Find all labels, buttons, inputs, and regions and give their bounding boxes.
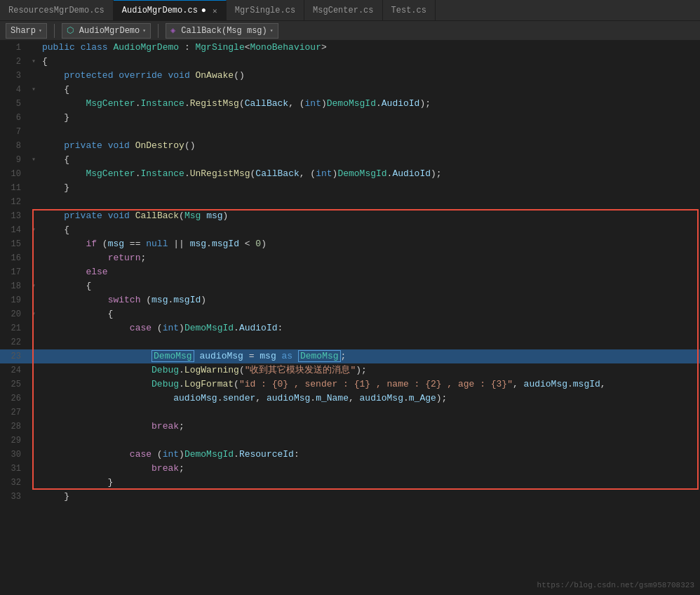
class-dropdown-label: AudioMgrDemo <box>79 26 140 36</box>
tab-test[interactable]: Test.cs <box>383 0 436 20</box>
method-dropdown-arrow: ▾ <box>270 27 274 34</box>
toolbar-separator-2 <box>158 24 159 38</box>
tab-close-icon[interactable]: ✕ <box>213 6 217 15</box>
line-row: 14 ▾ { <box>0 223 700 237</box>
method-dropdown[interactable]: ◈ CallBack(Msg msg) ▾ <box>166 23 278 39</box>
line-row: 1 public class AudioMgrDemo : MgrSingle<… <box>0 41 700 55</box>
tab-bar: ResourcesMgrDemo.cs AudioMgrDemo.cs ● ✕ … <box>0 0 700 21</box>
line-row: 29 <box>0 434 700 448</box>
line-row: 16 return; <box>0 251 700 265</box>
line-row: 21 case (int)DemoMsgId.AudioId: <box>0 321 700 335</box>
toolbar-separator-1 <box>54 24 55 38</box>
line-row: 30 case (int)DemoMsgId.ResourceId: <box>0 448 700 462</box>
line-row: 3 protected override void OnAwake() <box>0 69 700 83</box>
tab-mgrsingle[interactable]: MgrSingle.cs <box>227 0 304 20</box>
line-row: 5 MsgCenter.Instance.RegistMsg(CallBack,… <box>0 97 700 111</box>
line-row: 11 } <box>0 181 700 195</box>
method-icon: ◈ <box>170 25 175 36</box>
line-row: 10 MsgCenter.Instance.UnRegistMsg(CallBa… <box>0 167 700 181</box>
line-row-highlighted: 23 DemoMsg audioMsg = msg as DemoMsg; <box>0 349 700 363</box>
line-row: 33 } <box>0 490 700 504</box>
editor: 1 public class AudioMgrDemo : MgrSingle<… <box>0 41 700 504</box>
line-row: 25 Debug.LogFormat("id : {0} , sender : … <box>0 377 700 392</box>
line-row: 6 } <box>0 111 700 125</box>
line-row: 19 switch (msg.msgId) <box>0 293 700 307</box>
line-row: 9 ▾ { <box>0 153 700 167</box>
watermark: https://blog.csdn.net/gsm958708323 <box>537 581 694 589</box>
tab-resources[interactable]: ResourcesMgrDemo.cs <box>0 0 114 20</box>
line-row: 20 ▾ { <box>0 307 700 321</box>
line-row: 12 <box>0 195 700 209</box>
project-dropdown[interactable]: Sharp ▾ <box>6 23 47 39</box>
line-row: 17 else <box>0 265 700 279</box>
tab-modified-dot: ● <box>201 6 206 15</box>
tab-label: Test.cs <box>391 6 426 15</box>
red-box-section: 13 private void CallBack(Msg msg) 14 ▾ {… <box>0 209 700 490</box>
line-row: 8 private void OnDestroy() <box>0 139 700 153</box>
class-dropdown[interactable]: ⬡ AudioMgrDemo ▾ <box>62 23 151 39</box>
line-row: 18 ▾ { <box>0 279 700 293</box>
class-dropdown-arrow: ▾ <box>142 27 146 34</box>
tab-msgcenter[interactable]: MsgCenter.cs <box>304 0 382 20</box>
tab-label: MsgCenter.cs <box>313 6 373 15</box>
line-row: 24 Debug.LogWarning("收到其它模块发送的消息"); <box>0 363 700 377</box>
tab-label: AudioMgrDemo.cs <box>122 6 198 15</box>
tab-label: ResourcesMgrDemo.cs <box>8 6 105 15</box>
line-row: 15 if (msg == null || msg.msgId < 0) <box>0 237 700 251</box>
code-area: 1 public class AudioMgrDemo : MgrSingle<… <box>0 41 700 595</box>
project-dropdown-label: Sharp <box>11 26 36 36</box>
line-row: 13 private void CallBack(Msg msg) <box>0 209 700 223</box>
method-dropdown-label: CallBack(Msg msg) <box>181 26 267 36</box>
class-icon: ⬡ <box>67 25 74 36</box>
tab-label: MgrSingle.cs <box>235 6 295 15</box>
line-row: 22 <box>0 335 700 349</box>
line-row: 28 break; <box>0 420 700 434</box>
line-row: 2 ▾ { <box>0 55 700 69</box>
line-row: 4 ▾ { <box>0 83 700 97</box>
line-row: 32 } <box>0 476 700 490</box>
tab-audio[interactable]: AudioMgrDemo.cs ● ✕ <box>114 0 227 20</box>
project-dropdown-arrow: ▾ <box>39 27 42 34</box>
line-row: 26 audioMsg.sender, audioMsg.m_Name, aud… <box>0 392 700 406</box>
line-row: 27 <box>0 406 700 420</box>
editor-wrapper[interactable]: 1 public class AudioMgrDemo : MgrSingle<… <box>0 41 700 595</box>
toolbar: Sharp ▾ ⬡ AudioMgrDemo ▾ ◈ CallBack(Msg … <box>0 21 700 41</box>
line-row: 31 break; <box>0 462 700 476</box>
line-row: 7 <box>0 125 700 139</box>
